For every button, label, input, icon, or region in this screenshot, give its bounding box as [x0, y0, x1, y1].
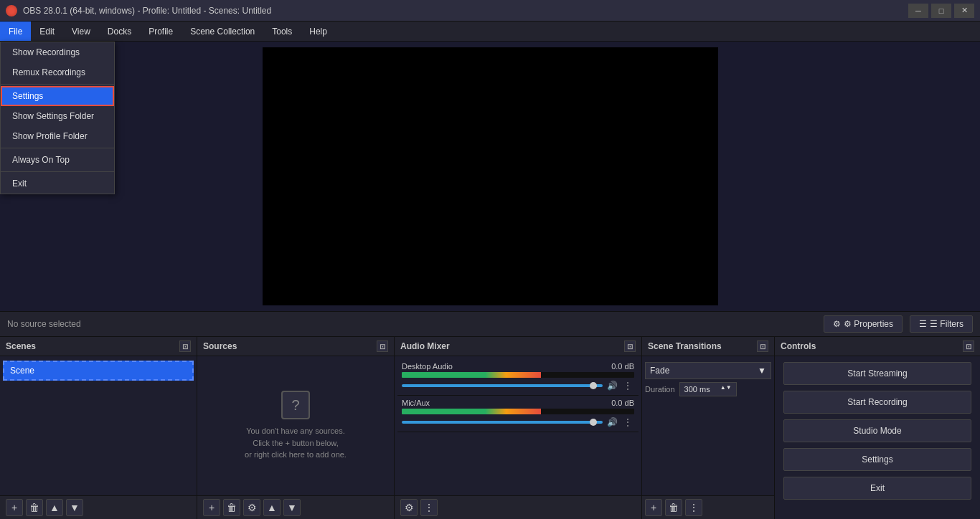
menu-help-label: Help	[309, 27, 327, 37]
mic-audio-name: Mic/Aux	[402, 399, 430, 407]
menu-view-label: View	[72, 27, 90, 37]
close-button[interactable]: ✕	[954, 4, 974, 18]
menu-view[interactable]: View	[63, 22, 99, 41]
menu-remux-recordings[interactable]: Remux Recordings	[1, 62, 114, 82]
menu-edit-label: Edit	[39, 27, 55, 37]
scenes-title: Scenes	[6, 341, 36, 351]
mic-audio-controls: 🔊 ⋮	[402, 416, 634, 429]
question-icon: ?	[281, 391, 310, 419]
scenes-panel: Scenes ⊡ Scene + 🗑 ▲ ▼	[0, 337, 197, 519]
properties-button[interactable]: ⚙ ⚙ Properties	[824, 315, 903, 333]
sources-float-button[interactable]: ⊡	[377, 341, 388, 352]
menu-profile[interactable]: Profile	[140, 22, 182, 41]
source-settings-button[interactable]: ⚙	[243, 499, 260, 516]
source-down-button[interactable]: ▼	[283, 499, 301, 516]
menu-docks[interactable]: Docks	[99, 22, 140, 41]
scenes-toolbar: + 🗑 ▲ ▼	[0, 495, 197, 519]
menu-show-profile-folder[interactable]: Show Profile Folder	[1, 126, 114, 146]
add-source-button[interactable]: +	[203, 499, 220, 516]
audio-settings-button[interactable]: ⚙	[400, 499, 418, 516]
exit-button[interactable]: Exit	[783, 477, 971, 500]
menu-edit[interactable]: Edit	[31, 22, 63, 41]
remove-scene-button[interactable]: 🗑	[26, 499, 43, 516]
desktop-audio-slider[interactable]	[402, 384, 603, 387]
sources-empty-text: You don't have any sources. Click the + …	[245, 425, 347, 461]
controls-title: Controls	[781, 341, 816, 351]
settings-button[interactable]: Settings	[783, 448, 971, 471]
scene-item[interactable]: Scene	[3, 361, 194, 381]
add-transition-button[interactable]: +	[645, 499, 662, 516]
mic-audio-meter	[402, 409, 634, 414]
menu-docks-label: Docks	[108, 27, 131, 37]
controls-content: Start Streaming Start Recording Studio M…	[775, 356, 980, 519]
menu-scene-collection-label: Scene Collection	[190, 27, 255, 37]
menu-separator-1	[1, 84, 114, 85]
transitions-toolbar: + 🗑 ⋮	[642, 495, 774, 519]
chevron-down-icon: ▼	[758, 366, 766, 376]
menu-settings[interactable]: Settings	[1, 86, 114, 106]
properties-label: ⚙ Properties	[844, 319, 893, 329]
gear-icon: ⚙	[833, 319, 841, 329]
source-up-button[interactable]: ▲	[263, 499, 281, 516]
preview-canvas	[263, 47, 718, 305]
sources-content[interactable]: ? You don't have any sources. Click the …	[197, 356, 394, 495]
scenes-content[interactable]: Scene	[0, 356, 197, 495]
menu-always-on-top[interactable]: Always On Top	[1, 150, 114, 170]
bottom-panel: No source selected ⚙ ⚙ Properties ☰ ☰ Fi…	[0, 311, 980, 519]
remove-transition-button[interactable]: 🗑	[665, 499, 682, 516]
menu-exit[interactable]: Exit	[1, 173, 114, 194]
transitions-float-button[interactable]: ⊡	[757, 341, 768, 352]
title-bar-controls: ─ □ ✕	[908, 4, 974, 18]
audio-panel: Audio Mixer ⊡ Desktop Audio 0.0 dB	[395, 337, 642, 519]
audio-toolbar: ⚙ ⋮	[395, 495, 641, 519]
controls-header: Controls ⊡	[775, 337, 980, 356]
menu-separator-2	[1, 148, 114, 148]
filters-icon: ☰	[919, 319, 927, 329]
desktop-audio-controls: 🔊 ⋮	[402, 379, 634, 392]
fade-label: Fade	[650, 366, 669, 376]
start-streaming-button[interactable]: Start Streaming	[783, 362, 971, 385]
mic-audio-slider[interactable]	[402, 421, 603, 424]
scene-up-button[interactable]: ▲	[46, 499, 63, 516]
add-scene-button[interactable]: +	[6, 499, 23, 516]
scenes-float-button[interactable]: ⊡	[179, 341, 191, 352]
audio-float-button[interactable]: ⊡	[624, 341, 636, 352]
title-bar: OBS 28.0.1 (64-bit, windows) - Profile: …	[0, 0, 980, 22]
controls-float-button[interactable]: ⊡	[963, 341, 974, 352]
mic-audio-meter-fill	[402, 409, 541, 414]
mic-audio-mute-button[interactable]: 🔊	[606, 416, 618, 429]
menu-file[interactable]: File Show Recordings Remux Recordings Se…	[0, 22, 31, 41]
menu-scene-collection[interactable]: Scene Collection	[182, 22, 263, 41]
menu-show-recordings[interactable]: Show Recordings	[1, 42, 114, 62]
scene-down-button[interactable]: ▼	[66, 499, 83, 516]
menu-bar: File Show Recordings Remux Recordings Se…	[0, 22, 980, 42]
desktop-audio-mute-button[interactable]: 🔊	[606, 379, 618, 392]
title-bar-left: OBS 28.0.1 (64-bit, windows) - Profile: …	[6, 5, 271, 16]
mic-audio-db: 0.0 dB	[611, 399, 634, 407]
maximize-button[interactable]: □	[931, 4, 951, 18]
minimize-button[interactable]: ─	[908, 4, 928, 18]
menu-help[interactable]: Help	[301, 22, 336, 41]
transitions-header: Scene Transitions ⊡	[642, 337, 774, 356]
fade-select[interactable]: Fade ▼	[645, 362, 771, 379]
remove-source-button[interactable]: 🗑	[223, 499, 240, 516]
desktop-audio-menu-button[interactable]: ⋮	[621, 379, 634, 392]
preview-area	[0, 42, 980, 311]
filters-button[interactable]: ☰ ☰ Filters	[910, 315, 973, 333]
main-area: No source selected ⚙ ⚙ Properties ☰ ☰ Fi…	[0, 42, 980, 519]
menu-file-label: File	[9, 27, 22, 37]
audio-menu-button[interactable]: ⋮	[420, 499, 438, 516]
start-recording-button[interactable]: Start Recording	[783, 391, 971, 414]
transitions-menu-button[interactable]: ⋮	[685, 499, 702, 516]
mic-audio-channel: Mic/Aux 0.0 dB 🔊 ⋮	[397, 396, 639, 432]
menu-show-settings-folder[interactable]: Show Settings Folder	[1, 106, 114, 126]
studio-mode-button[interactable]: Studio Mode	[783, 419, 971, 442]
menu-tools[interactable]: Tools	[263, 22, 301, 41]
desktop-audio-db: 0.0 dB	[611, 362, 634, 371]
spin-icon: ▲▼	[720, 385, 732, 391]
desktop-audio-channel: Desktop Audio 0.0 dB 🔊 ⋮	[397, 359, 639, 396]
duration-input[interactable]: 300 ms ▲▼	[679, 382, 737, 396]
file-dropdown: Show Recordings Remux Recordings Setting…	[0, 42, 115, 194]
mic-audio-menu-button[interactable]: ⋮	[621, 416, 634, 429]
desktop-audio-meter-fill	[402, 372, 541, 378]
